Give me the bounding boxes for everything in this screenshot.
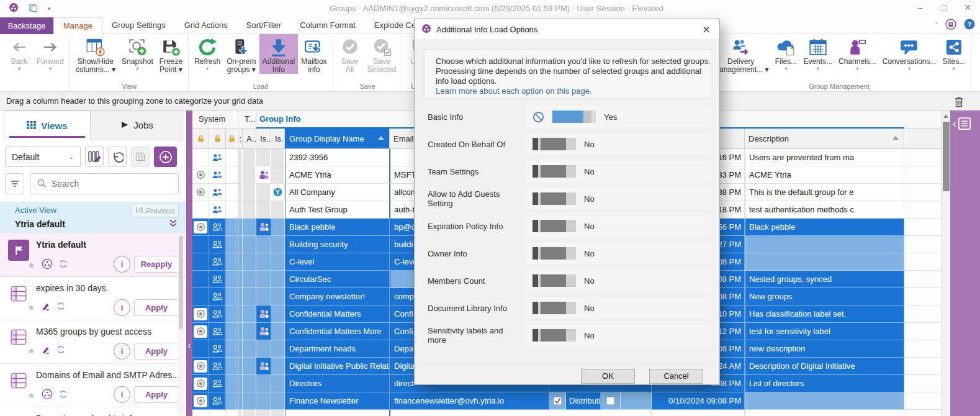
- show-hide-columns--button[interactable]: Show/Hidecolumns... ▾: [73, 34, 119, 74]
- group-type-cell[interactable]: Distribution l: [566, 392, 601, 410]
- group-display-name-cell[interactable]: Directors: [285, 375, 390, 392]
- apply-button[interactable]: Apply: [134, 386, 179, 403]
- qat-dropdown-icon[interactable]: ▾: [48, 6, 51, 12]
- mailbox-info-button[interactable]: Mailboxinfo: [298, 34, 330, 74]
- help-icon[interactable]: ?: [964, 19, 975, 32]
- sites--button[interactable]: Sites...▾: [940, 34, 969, 71]
- created-date-cell[interactable]: [652, 410, 745, 416]
- tab-column-format[interactable]: Column Format: [290, 17, 365, 34]
- description-cell[interactable]: This is the default group for e: [745, 184, 904, 201]
- dropdown-arrow-icon[interactable]: ▾: [856, 66, 858, 71]
- apply-button[interactable]: Apply: [134, 299, 179, 316]
- description-cell[interactable]: Users are prevented from ma: [745, 149, 904, 166]
- pen-icon[interactable]: [42, 345, 50, 356]
- toggle-members-count[interactable]: [533, 274, 576, 287]
- radio-cell[interactable]: [192, 340, 209, 358]
- description-cell[interactable]: New groups: [745, 288, 904, 305]
- star-icon[interactable]: ★: [27, 261, 35, 269]
- toggle-team-settings[interactable]: [533, 165, 576, 178]
- header-is1[interactable]: Is...: [256, 129, 271, 149]
- radio-cell[interactable]: [192, 288, 209, 305]
- pen-icon[interactable]: [42, 302, 50, 312]
- radio-cell[interactable]: [192, 375, 209, 392]
- sync-icon[interactable]: [56, 345, 65, 356]
- star-icon[interactable]: ★: [27, 391, 35, 400]
- previous-view-button[interactable]: Previous: [132, 204, 179, 218]
- group-display-name-cell[interactable]: CircularSec: [285, 271, 390, 288]
- radio-cell[interactable]: [192, 410, 209, 416]
- header-description[interactable]: Description: [745, 129, 904, 149]
- description-cell[interactable]: new description: [745, 340, 904, 358]
- view-info-button[interactable]: i: [114, 343, 130, 359]
- save-view-button[interactable]: [131, 147, 150, 167]
- ytria-icon[interactable]: [42, 389, 53, 402]
- save-selected-button[interactable]: SaveSelected: [364, 34, 400, 74]
- radio-cell[interactable]: [192, 358, 209, 375]
- group-display-name-cell[interactable]: Black pebble: [285, 219, 390, 236]
- view-card[interactable]: Domains of Email and SMTP Adres...★iAppl…: [0, 363, 186, 407]
- additional-info-button[interactable]: AdditionalInfo: [259, 34, 299, 74]
- group-display-name-cell[interactable]: C-level: [285, 253, 390, 271]
- mail-enabled-checkbox[interactable]: [549, 392, 566, 410]
- grid-row[interactable]: [192, 410, 941, 416]
- reapply-button[interactable]: Reapply: [134, 256, 179, 273]
- group-display-name-cell[interactable]: All Company: [285, 184, 390, 201]
- description-cell[interactable]: [745, 253, 904, 271]
- conversations--button[interactable]: Conversations...▾: [879, 34, 940, 71]
- created-date-cell[interactable]: 0/10/2024 09:08 PM: [652, 392, 745, 410]
- lock-icon[interactable]: [192, 129, 209, 149]
- group-display-name-cell[interactable]: Company newsletter!: [285, 288, 390, 305]
- toggle-allow-to-add-guests-setting[interactable]: [533, 192, 576, 205]
- radio-cell[interactable]: [192, 149, 209, 166]
- dropdown-arrow-icon[interactable]: ▾: [136, 66, 138, 71]
- tab-backstage[interactable]: Backstage: [0, 17, 53, 34]
- collapse-active-view-icon[interactable]: [169, 219, 178, 229]
- dropdown-arrow-icon[interactable]: ▾: [817, 66, 819, 71]
- tab-sort-filter[interactable]: Sort/Filter: [237, 17, 290, 34]
- sidebar-scrollbar[interactable]: [178, 235, 184, 415]
- email-cell[interactable]: financenewsletter@ovh.ytria.io: [390, 392, 549, 410]
- filter-button[interactable]: [5, 173, 24, 194]
- group-display-name-cell[interactable]: Department heads: [285, 340, 390, 358]
- group-display-name-cell[interactable]: Digital Initiative Public Relatio: [285, 358, 390, 375]
- right-panel-collapsed[interactable]: ‹: [950, 111, 980, 416]
- forward-button[interactable]: Forward▾: [34, 34, 67, 71]
- header-is2[interactable]: Is...: [271, 129, 285, 149]
- tab-jobs[interactable]: Jobs: [91, 111, 184, 140]
- dropdown-arrow-icon[interactable]: ▾: [784, 66, 787, 71]
- radio-cell[interactable]: [192, 323, 209, 340]
- refresh-button[interactable]: Refresh▾: [191, 34, 223, 71]
- view-card[interactable]: expires in 30 days★iApply: [0, 276, 186, 320]
- lock-icon[interactable]: [226, 129, 238, 149]
- group-display-name-cell[interactable]: Finance Newsletter: [285, 392, 390, 410]
- view-card[interactable]: M365 groups by guest access★iApply: [0, 320, 186, 363]
- ytria-icon[interactable]: [42, 258, 53, 271]
- grid-scrollbar[interactable]: [941, 111, 950, 416]
- view-info-button[interactable]: i: [114, 386, 130, 403]
- save-all-button[interactable]: SaveAll: [336, 34, 364, 74]
- manual-icon[interactable]: [945, 19, 956, 32]
- sidebar-splitter[interactable]: [186, 111, 192, 416]
- collapse-sidebar-icon[interactable]: ‹: [186, 340, 192, 350]
- tab-views[interactable]: Views: [4, 111, 91, 140]
- close-button[interactable]: ✕: [961, 2, 974, 12]
- radio-cell[interactable]: [192, 236, 209, 253]
- group-display-name-cell[interactable]: Confidential Matters: [285, 305, 390, 323]
- toggle-basic-info[interactable]: [552, 111, 596, 123]
- group-display-name-cell[interactable]: Building security: [285, 236, 390, 253]
- add-view-button[interactable]: [154, 147, 177, 167]
- grid-row-finance-newsletter[interactable]: Finance Newsletterfinancenewsletter@ovh.…: [192, 392, 941, 410]
- description-cell[interactable]: Black pebble: [745, 219, 904, 236]
- search-input[interactable]: [52, 179, 163, 189]
- header-group-display-name[interactable]: Group Display Name: [285, 129, 390, 149]
- edit-columns-button[interactable]: [85, 147, 104, 167]
- description-cell[interactable]: [745, 236, 904, 253]
- group-display-name-cell[interactable]: ACME Ytria: [285, 166, 390, 184]
- freeze-point-button[interactable]: FreezePoint ▾: [156, 34, 186, 74]
- view-card[interactable]: Ytria default★iReapply: [0, 233, 186, 276]
- minimize-button[interactable]: –: [914, 2, 927, 12]
- description-cell[interactable]: [745, 392, 904, 410]
- grouping-trash-icon[interactable]: [954, 96, 964, 109]
- dropdown-arrow-icon[interactable]: ▾: [908, 66, 910, 71]
- group-display-name-cell[interactable]: Auth Test Group: [285, 201, 390, 219]
